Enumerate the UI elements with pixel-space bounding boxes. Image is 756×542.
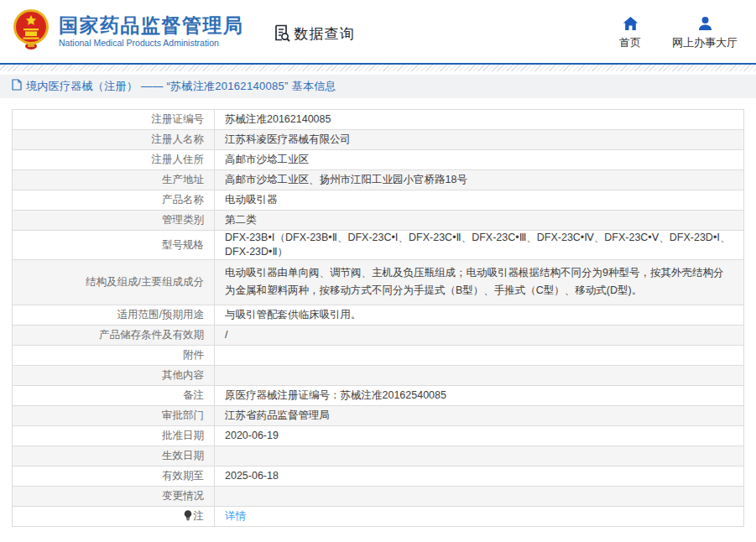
nav-item-home[interactable]: 首页	[612, 14, 649, 50]
breadcrumb-text: 境内医疗器械（注册） —— “苏械注准20162140085” 基本信息	[26, 79, 336, 94]
row-value: 高邮市沙埝工业区、扬州市江阳工业园小官桥路18号	[215, 170, 744, 190]
row-label: 生产地址	[13, 170, 215, 190]
row-label: 有效期至	[13, 466, 215, 486]
row-value: 江苏省药品监督管理局	[215, 405, 744, 425]
row-label: 型号规格	[13, 231, 215, 260]
row-label: 生效日期	[13, 446, 215, 466]
table-row: 适用范围/预期用途与吸引管配套供临床吸引用。	[13, 305, 744, 325]
row-value: 电动吸引器由单向阀、调节阀、主机及负压瓶组成；电动吸引器根据结构不同分为9种型号…	[215, 260, 744, 305]
home-icon	[623, 14, 639, 31]
row-label: 批准日期	[13, 425, 215, 446]
table-row: 结构及组成/主要组成成分电动吸引器由单向阀、调节阀、主机及负压瓶组成；电动吸引器…	[13, 260, 744, 305]
row-value: 高邮市沙埝工业区	[215, 150, 744, 170]
data-query-icon	[272, 23, 292, 46]
table-row: 型号规格DFX-23B•Ⅰ（DFX-23B•Ⅱ、DFX-23C•Ⅰ、DFX-23…	[13, 231, 744, 260]
header-hatch-strip	[0, 65, 756, 71]
row-label: 产品名称	[13, 190, 215, 211]
row-value	[215, 365, 744, 385]
table-row: 产品储存条件及有效期/	[13, 325, 744, 345]
table-row: 生效日期	[13, 446, 744, 466]
breadcrumb: 境内医疗器械（注册） —— “苏械注准20162140085” 基本信息	[0, 75, 756, 98]
row-value: 电动吸引器	[215, 190, 744, 211]
page-header: 国家药品监督管理局 National Medical Products Admi…	[0, 0, 756, 63]
table-row: 审批部门江苏省药品监督管理局	[13, 405, 744, 425]
table-row: 注册人住所高邮市沙埝工业区	[13, 150, 744, 170]
row-label: 注册证编号	[13, 110, 215, 130]
table-row: 生产地址高邮市沙埝工业区、扬州市江阳工业园小官桥路18号	[13, 170, 744, 190]
row-label: 注	[13, 506, 215, 526]
table-row: 注册人名称江苏科凌医疗器械有限公司	[13, 130, 744, 150]
table-row: 其他内容	[13, 365, 744, 385]
table-row: 有效期至2025-06-18	[13, 466, 744, 486]
row-value: 2025-06-18	[215, 466, 744, 486]
row-label: 其他内容	[13, 365, 215, 385]
row-label: 审批部门	[13, 405, 215, 425]
row-value	[215, 486, 744, 506]
nav-item-service-hall[interactable]: 网上办事大厅	[672, 14, 738, 50]
table-row: 注详情	[13, 506, 744, 526]
registration-info-table: 注册证编号苏械注准20162140085注册人名称江苏科凌医疗器械有限公司注册人…	[12, 109, 744, 527]
row-value: 原医疗器械注册证编号：苏械注准20162540085	[215, 385, 744, 405]
document-icon	[12, 79, 22, 94]
user-icon	[697, 14, 713, 31]
nav-label: 网上办事大厅	[672, 35, 738, 50]
row-label: 备注	[13, 385, 215, 405]
row-label: 适用范围/预期用途	[13, 305, 215, 325]
row-value: 与吸引管配套供临床吸引用。	[215, 305, 744, 325]
national-emblem-logo	[11, 8, 51, 55]
row-value	[215, 345, 744, 365]
bulb-icon	[184, 510, 192, 521]
row-value: 苏械注准20162140085	[215, 110, 744, 130]
row-label: 变更情况	[13, 486, 215, 506]
table-row: 产品名称电动吸引器	[13, 190, 744, 211]
row-label: 产品储存条件及有效期	[13, 325, 215, 345]
nav-label: 首页	[619, 35, 641, 50]
row-label: 附件	[13, 345, 215, 365]
info-table-body: 注册证编号苏械注准20162140085注册人名称江苏科凌医疗器械有限公司注册人…	[13, 110, 744, 527]
data-query-label: 数据查询	[295, 24, 355, 44]
row-label: 结构及组成/主要组成成分	[13, 260, 215, 305]
table-row: 变更情况	[13, 486, 744, 506]
top-nav: 首页 网上办事大厅	[612, 14, 738, 50]
row-value: 江苏科凌医疗器械有限公司	[215, 130, 744, 150]
table-row: 附件	[13, 345, 744, 365]
row-label: 注册人名称	[13, 130, 215, 150]
table-row: 备注原医疗器械注册证编号：苏械注准20162540085	[13, 385, 744, 405]
row-label: 注册人住所	[13, 150, 215, 170]
org-name-en: National Medical Products Administration	[59, 39, 244, 49]
org-title-block: 国家药品监督管理局 National Medical Products Admi…	[59, 15, 244, 49]
data-query-section: 数据查询	[272, 23, 355, 46]
table-row: 批准日期2020-06-19	[13, 425, 744, 446]
table-row: 注册证编号苏械注准20162140085	[13, 110, 744, 130]
row-value	[215, 446, 744, 466]
row-value: /	[215, 325, 744, 345]
row-value: 第二类	[215, 211, 744, 231]
org-name: 国家药品监督管理局	[59, 15, 244, 36]
row-value: DFX-23B•Ⅰ（DFX-23B•Ⅱ、DFX-23C•Ⅰ、DFX-23C•Ⅱ、…	[215, 231, 744, 260]
table-row: 管理类别第二类	[13, 211, 744, 231]
row-value: 2020-06-19	[215, 425, 744, 446]
detail-link[interactable]: 详情	[225, 510, 246, 522]
row-value: 详情	[215, 506, 744, 526]
row-label: 管理类别	[13, 211, 215, 231]
